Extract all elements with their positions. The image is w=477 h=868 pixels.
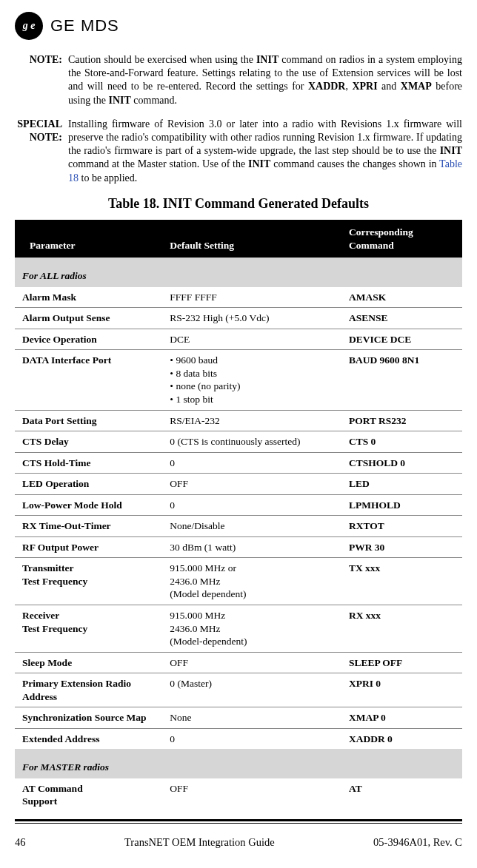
- cell-command: DEVICE DCE: [341, 329, 462, 350]
- cell-default: OFF: [162, 652, 341, 673]
- note-1: NOTE: Caution should be exercised when u…: [15, 53, 462, 107]
- cell-parameter: CTS Delay: [15, 431, 162, 453]
- cell-parameter: Low-Power Mode Hold: [15, 494, 162, 516]
- cell-default: • 9600 baud • 8 data bits • none (no par…: [162, 350, 341, 410]
- cell-command: RXTOT: [341, 516, 462, 537]
- cell-parameter: Transmitter Test Frequency: [15, 558, 162, 605]
- footer-rules: [15, 819, 462, 824]
- col-parameter: Parameter: [15, 220, 162, 258]
- table-row: Transmitter Test Frequency915.000 MHz or…: [15, 558, 462, 605]
- cell-command: CTS 0: [341, 431, 462, 453]
- cell-default: None/Disable: [162, 516, 341, 537]
- cell-command: XPRI 0: [341, 673, 462, 707]
- cell-default: 0 (CTS is continuously asserted): [162, 431, 341, 453]
- table-row: Device OperationDCEDEVICE DCE: [15, 329, 462, 350]
- table-row: Sleep ModeOFFSLEEP OFF: [15, 652, 462, 673]
- cell-command: PORT RS232: [341, 410, 462, 431]
- table-row: CTS Hold-Time0CTSHOLD 0: [15, 452, 462, 474]
- table-row: AT Command SupportOFFAT: [15, 778, 462, 812]
- table-row: LED OperationOFFLED: [15, 474, 462, 495]
- cell-parameter: Receiver Test Frequency: [15, 605, 162, 653]
- cell-command: PWR 30: [341, 536, 462, 558]
- table-row: Alarm Output SenseRS-232 High (+5.0 Vdc)…: [15, 308, 462, 329]
- cell-command: AMASK: [341, 287, 462, 308]
- table-row: Low-Power Mode Hold0LPMHOLD: [15, 494, 462, 516]
- cell-default: RS-232 High (+5.0 Vdc): [162, 308, 341, 329]
- footer-page: 46: [15, 835, 26, 850]
- table-section: For MASTER radios: [15, 749, 462, 778]
- cell-parameter: AT Command Support: [15, 778, 162, 812]
- cell-command: SLEEP OFF: [341, 652, 462, 673]
- cell-command: XMAP 0: [341, 707, 462, 729]
- brand-text: GE MDS: [50, 16, 119, 37]
- table-row: RF Output Power30 dBm (1 watt)PWR 30: [15, 536, 462, 558]
- note-1-body: Caution should be exercised when using t…: [68, 53, 462, 107]
- cell-command: AT: [341, 778, 462, 812]
- cell-parameter: DATA Interface Port: [15, 350, 162, 410]
- table-row: CTS Delay0 (CTS is continuously asserted…: [15, 431, 462, 453]
- footer-title: TransNET OEM Integration Guide: [124, 835, 275, 850]
- cell-default: 0 (Master): [162, 673, 341, 707]
- cell-parameter: Synchronization Source Map: [15, 707, 162, 729]
- cell-command: CTSHOLD 0: [341, 452, 462, 474]
- cell-default: RS/EIA-232: [162, 410, 341, 431]
- cell-parameter: Alarm Output Sense: [15, 308, 162, 329]
- table-title: Table 18. INIT Command Generated Default…: [15, 195, 462, 212]
- note-1-label: NOTE:: [15, 53, 62, 107]
- table-row: Alarm MaskFFFF FFFFAMASK: [15, 287, 462, 308]
- ge-monogram-icon: g e: [15, 12, 43, 40]
- cell-default: 915.000 MHz or 2436.0 MHz (Model depende…: [162, 558, 341, 605]
- table-row: Extended Address0XADDR 0: [15, 728, 462, 749]
- cell-default: 0: [162, 452, 341, 474]
- cell-parameter: Device Operation: [15, 329, 162, 350]
- cell-command: BAUD 9600 8N1: [341, 350, 462, 410]
- cell-command: RX xxx: [341, 605, 462, 653]
- brand-header: g e GE MDS: [15, 12, 462, 40]
- table-row: Receiver Test Frequency915.000 MHz 2436.…: [15, 605, 462, 653]
- cell-command: LED: [341, 474, 462, 495]
- cell-default: DCE: [162, 329, 341, 350]
- cell-command: TX xxx: [341, 558, 462, 605]
- col-command: Corresponding Command: [341, 220, 462, 258]
- table-row: DATA Interface Port• 9600 baud • 8 data …: [15, 350, 462, 410]
- cell-default: OFF: [162, 778, 341, 812]
- note-2: SPECIAL NOTE: Installing firmware of Rev…: [15, 118, 462, 185]
- cell-default: FFFF FFFF: [162, 287, 341, 308]
- cell-default: 0: [162, 728, 341, 749]
- cell-default: 0: [162, 494, 341, 516]
- cell-parameter: Alarm Mask: [15, 287, 162, 308]
- cell-default: OFF: [162, 474, 341, 495]
- note-2-label: SPECIAL NOTE:: [15, 118, 62, 185]
- cell-default: None: [162, 707, 341, 729]
- note-2-body: Installing firmware of Revision 3.0 or l…: [68, 118, 462, 185]
- cell-parameter: RX Time-Out-Timer: [15, 516, 162, 537]
- cell-command: XADDR 0: [341, 728, 462, 749]
- footer-docnum: 05-3946A01, Rev. C: [373, 835, 462, 850]
- cell-default: 915.000 MHz 2436.0 MHz (Model-dependent): [162, 605, 341, 653]
- cell-command: LPMHOLD: [341, 494, 462, 516]
- table-section: For ALL radios: [15, 258, 462, 287]
- table-row: Synchronization Source MapNoneXMAP 0: [15, 707, 462, 729]
- cell-parameter: Data Port Setting: [15, 410, 162, 431]
- cell-parameter: LED Operation: [15, 474, 162, 495]
- cell-default: 30 dBm (1 watt): [162, 536, 341, 558]
- cell-parameter: Sleep Mode: [15, 652, 162, 673]
- table-row: Primary Extension Radio Address0 (Master…: [15, 673, 462, 707]
- defaults-table: Parameter Default Setting Corresponding …: [15, 220, 462, 812]
- cell-parameter: CTS Hold-Time: [15, 452, 162, 474]
- cell-parameter: Extended Address: [15, 728, 162, 749]
- table-row: RX Time-Out-TimerNone/DisableRXTOT: [15, 516, 462, 537]
- cell-parameter: Primary Extension Radio Address: [15, 673, 162, 707]
- cell-command: ASENSE: [341, 308, 462, 329]
- col-default: Default Setting: [162, 220, 341, 258]
- page-footer: 46 TransNET OEM Integration Guide 05-394…: [15, 832, 462, 850]
- table-row: Data Port SettingRS/EIA-232PORT RS232: [15, 410, 462, 431]
- cell-parameter: RF Output Power: [15, 536, 162, 558]
